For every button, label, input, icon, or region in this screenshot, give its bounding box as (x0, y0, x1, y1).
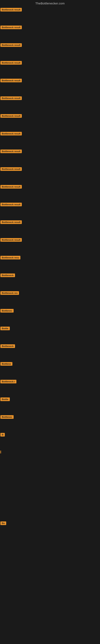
list-item: Bottleneck result (0, 24, 100, 41)
list-item: Bottleneck result (0, 59, 100, 77)
list-item: Bottleneck result (0, 112, 100, 130)
bottleneck-result-badge (0, 450, 1, 454)
bottleneck-result-badge[interactable]: Bo (0, 522, 6, 525)
list-item: Bottleneck result (0, 236, 100, 254)
list-item: Bottleneck result (0, 41, 100, 59)
bottleneck-result-badge[interactable]: Bottleneck result (0, 220, 22, 224)
bottleneck-result-badge[interactable]: Bottleneck result (0, 150, 22, 153)
list-item: Bottleneck result (0, 130, 100, 148)
bottleneck-result-badge[interactable]: Bottleneck (0, 274, 15, 277)
list-item (0, 555, 100, 572)
bottleneck-result-badge[interactable]: Bottleneck result (0, 167, 22, 171)
bottleneck-result-badge[interactable]: Bottleneck res (0, 291, 19, 295)
bottleneck-result-badge[interactable]: Bottlenec (0, 309, 14, 312)
list-item: Bottlenec (0, 413, 100, 431)
list-item: Bottle (0, 324, 100, 342)
list-item: Bottleneck result (0, 201, 100, 218)
list-item: Bottlene (0, 360, 100, 378)
list-item (0, 572, 100, 590)
list-item: B (0, 431, 100, 448)
bottleneck-result-badge[interactable]: Bottlenec (0, 415, 14, 419)
bottleneck-result-badge[interactable]: Bottleneck r (0, 380, 16, 384)
list-item (0, 502, 100, 520)
bottleneck-result-badge[interactable]: Bottleneck resu (0, 256, 20, 260)
site-header: TheBottlenecker.com (0, 0, 100, 6)
list-item: Bottleneck result (0, 6, 100, 24)
list-item: Bo (0, 520, 100, 537)
list-item: Bottleneck result (0, 148, 100, 165)
bottleneck-result-badge[interactable]: Bottleneck result (0, 238, 22, 242)
bottleneck-result-badge[interactable]: Bottleneck result (0, 8, 22, 12)
list-item: Bottleneck result (0, 165, 100, 183)
page-container: TheBottlenecker.com Bottleneck resultBot… (0, 0, 100, 644)
list-item (0, 608, 100, 626)
list-item: Bottleneck (0, 272, 100, 289)
bottleneck-result-badge[interactable]: Bottleneck result (0, 185, 22, 188)
bottleneck-result-badge[interactable]: B (0, 433, 5, 436)
list-item: Bottle (0, 396, 100, 413)
list-item: Bottleneck result (0, 94, 100, 112)
list-item: Bottleneck r (0, 378, 100, 396)
list-item: Bottleneck res (0, 289, 100, 307)
bottleneck-result-badge[interactable]: Bottleneck result (0, 96, 22, 100)
list-item: Bottleneck result (0, 218, 100, 236)
bottleneck-result-badge[interactable]: Bottleneck result (0, 203, 22, 206)
list-item: Bottleneck result (0, 183, 100, 201)
bottleneck-result-badge[interactable]: Bottlene (0, 362, 12, 366)
bottleneck-result-badge[interactable]: Bottle (0, 398, 10, 401)
list-item: Bottleneck resu (0, 254, 100, 272)
list-item (0, 448, 100, 466)
bottleneck-result-badge[interactable]: Bottleneck result (0, 43, 22, 47)
bottleneck-result-badge[interactable]: Bottleneck result (0, 79, 22, 82)
list-item (0, 466, 100, 484)
bottleneck-list: Bottleneck resultBottleneck resultBottle… (0, 6, 100, 644)
list-item: Bottleneck (0, 342, 100, 360)
list-item (0, 590, 100, 608)
bottleneck-result-badge[interactable]: Bottleneck (0, 344, 15, 348)
bottleneck-result-badge[interactable]: Bottleneck result (0, 26, 22, 29)
list-item (0, 626, 100, 644)
bottleneck-result-badge[interactable]: Bottleneck result (0, 61, 22, 64)
bottleneck-result-badge[interactable]: Bottle (0, 327, 10, 330)
list-item: Bottleneck result (0, 77, 100, 94)
list-item (0, 484, 100, 502)
bottleneck-result-badge[interactable]: Bottleneck result (0, 114, 22, 118)
bottleneck-result-badge[interactable]: Bottleneck result (0, 132, 22, 136)
list-item: Bottlenec (0, 307, 100, 324)
list-item (0, 537, 100, 555)
